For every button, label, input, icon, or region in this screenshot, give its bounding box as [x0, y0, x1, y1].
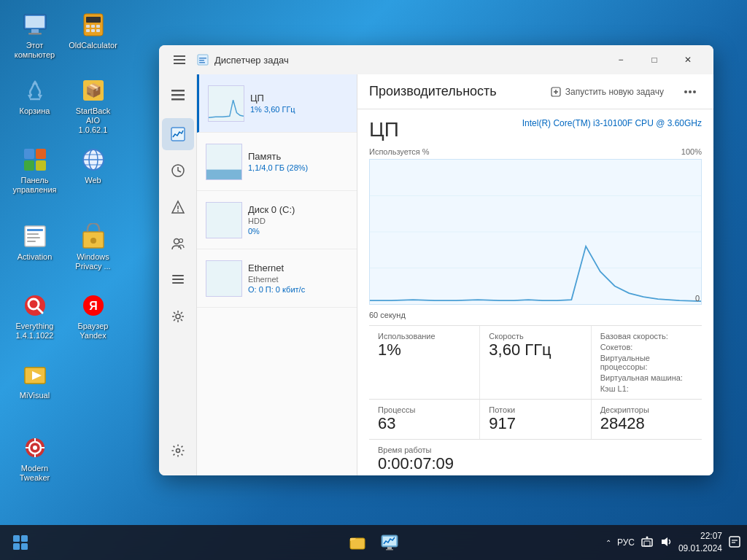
sidebar-item-startup[interactable] [162, 191, 194, 223]
taskbar-app-monitor[interactable] [375, 528, 404, 557]
svg-rect-17 [36, 160, 46, 171]
start-button[interactable] [6, 528, 35, 557]
svg-point-75 [689, 90, 692, 93]
network-icon[interactable] [640, 535, 654, 550]
notifications-button[interactable] [728, 535, 741, 550]
maximize-button[interactable]: □ [638, 48, 671, 71]
sidebar-item-menu[interactable] [162, 79, 194, 111]
svg-rect-66 [209, 86, 244, 121]
desktop-icon-computer[interactable]: Этоткомпьютер [7, 7, 62, 63]
sidebar-item-performance[interactable] [162, 118, 194, 150]
svg-point-74 [684, 90, 687, 93]
desktop-icon-moderntweaker[interactable]: ModernTweaker [7, 430, 62, 486]
handles-label: Дескрипторы [600, 405, 693, 414]
svg-rect-91 [644, 541, 650, 546]
svg-rect-14 [24, 149, 34, 159]
disk-name: Диск 0 (C:) [248, 204, 348, 215]
page-title: Производительность [369, 84, 497, 99]
cpu-model: Intel(R) Core(TM) i3-10100F CPU @ 3.60GH… [522, 118, 702, 128]
svg-rect-44 [174, 55, 185, 57]
speaker-icon [659, 535, 673, 548]
resource-item-ethernet[interactable]: Ethernet Ethernet О: 0 П: 0 кбит/с [197, 249, 357, 308]
run-task-button[interactable]: Запустить новую задачу [545, 84, 670, 100]
svg-point-76 [693, 90, 696, 93]
desktop-icon-mivisual[interactable]: MiVisual [7, 357, 62, 403]
svg-rect-52 [171, 94, 185, 96]
stat-usage: Использование 1% [369, 326, 479, 399]
svg-rect-61 [172, 275, 184, 276]
svg-rect-27 [27, 241, 36, 242]
svg-rect-45 [174, 59, 185, 61]
right-info-label3: Виртуальные процессоры: [600, 354, 693, 371]
svg-rect-51 [171, 90, 185, 92]
svg-rect-68 [206, 169, 241, 179]
notification-chevron[interactable]: ⌃ [605, 539, 611, 547]
volume-icon[interactable] [659, 535, 673, 550]
hamburger-button[interactable] [168, 48, 191, 71]
taskbar-app-explorer[interactable] [343, 528, 372, 557]
sidebar-item-history[interactable] [162, 155, 194, 187]
sidebar-item-services[interactable] [162, 300, 194, 332]
minimize-button[interactable]: − [604, 48, 638, 71]
ethernet-info: Ethernet Ethernet О: 0 П: 0 кбит/с [248, 262, 348, 294]
svg-point-39 [33, 446, 37, 450]
desktop-icon-oldcalculator[interactable]: OldCalculator [66, 7, 120, 53]
svg-text:Я: Я [89, 300, 98, 312]
taskbar-date-display: 09.01.2024 [678, 542, 722, 555]
sidebar-item-users[interactable] [162, 228, 194, 260]
desktop-icon-startback[interactable]: 📦 StartBack AIO1.0.62.1 [66, 73, 120, 139]
svg-point-59 [174, 239, 179, 244]
everything-label: Everything1.4.1.1022 [16, 322, 54, 341]
web-icon [79, 145, 108, 174]
usage-label: Используется % [369, 147, 430, 156]
zero-label: 0 [695, 294, 700, 303]
svg-point-29 [90, 238, 96, 244]
cpu-title: ЦП [369, 118, 399, 141]
desktop-icon-yandex[interactable]: Я БраузерYandex [66, 288, 120, 343]
taskbar-clock[interactable]: 22:07 09.01.2024 [678, 530, 722, 555]
header-actions: Запустить новую задачу [545, 80, 702, 104]
window-titlebar: Диспетчер задач − □ ✕ [159, 45, 713, 74]
task-manager-window: Диспетчер задач − □ ✕ [159, 45, 713, 475]
processes-label: Процессы [378, 405, 471, 414]
resource-item-disk[interactable]: Диск 0 (C:) HDD 0% [197, 191, 357, 249]
close-button[interactable]: ✕ [671, 48, 705, 71]
disk-subtitle: 0% [248, 227, 348, 236]
cpu-info: ЦП 1% 3,60 ГГц [250, 93, 348, 114]
monitor-icon [381, 534, 398, 551]
taskbar-right: ⌃ РУС 22:07 09.01.2024 [605, 530, 741, 555]
svg-point-58 [177, 211, 179, 212]
stat-threads: Потоки 917 [479, 400, 590, 439]
svg-rect-81 [13, 535, 20, 542]
svg-rect-2 [28, 33, 42, 35]
cpu-header: ЦП Intel(R) Core(TM) i3-10100F CPU @ 3.6… [369, 118, 702, 141]
more-options-button[interactable] [678, 80, 702, 104]
run-task-icon [551, 87, 561, 97]
computer-label: Этоткомпьютер [15, 41, 55, 60]
desktop-icon-everything[interactable]: Everything1.4.1.1022 [7, 288, 62, 343]
ethernet-mini-graph [206, 260, 242, 297]
handles-value: 28428 [600, 414, 693, 433]
resource-item-cpu[interactable]: ЦП 1% 3,60 ГГц [197, 74, 357, 133]
desktop-icon-recycle[interactable]: Корзина [7, 73, 62, 119]
desktop-icon-web[interactable]: Web [66, 142, 120, 188]
usage-stat-value: 1% [378, 341, 471, 359]
svg-rect-48 [199, 58, 206, 59]
windows-logo-icon [12, 534, 28, 551]
svg-rect-88 [387, 547, 392, 549]
speed-stat-value: 3,60 ГГц [489, 341, 581, 359]
svg-point-64 [176, 314, 180, 319]
yandex-icon: Я [79, 291, 108, 320]
desktop-icon-activation[interactable]: Activation [7, 219, 62, 265]
resource-item-memory[interactable]: Память 1,1/4,0 ГБ (28%) [197, 133, 357, 191]
desktop-icon-privacy[interactable]: WindowsPrivacy ... [66, 219, 120, 274]
sidebar-item-details[interactable] [162, 264, 194, 296]
stat-right-info: Базовая скорость: Сокетов: Виртуальные п… [591, 326, 702, 399]
uptime-label: Время работы [378, 446, 693, 454]
svg-rect-6 [86, 25, 90, 28]
svg-rect-24 [27, 229, 43, 231]
cpu-subtitle: 1% 3,60 ГГц [250, 105, 348, 114]
disk-info: Диск 0 (C:) HDD 0% [248, 204, 348, 236]
desktop-icon-control[interactable]: Панельуправления [7, 142, 62, 198]
sidebar-item-settings[interactable] [162, 435, 194, 467]
